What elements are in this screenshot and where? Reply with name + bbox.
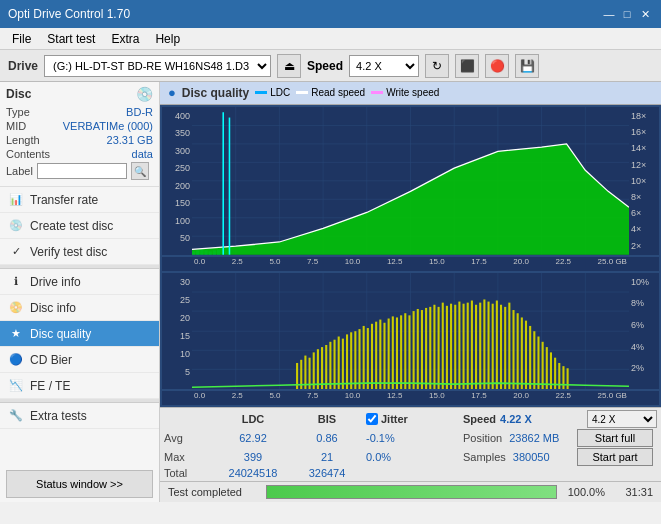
max-label: Max <box>164 451 214 463</box>
svg-rect-102 <box>546 347 548 389</box>
svg-rect-65 <box>392 316 394 389</box>
speed-select[interactable]: 4.2 X <box>349 55 419 77</box>
disc-label-button[interactable]: 🔍 <box>131 162 149 180</box>
disc-length-label: Length <box>6 134 40 146</box>
nav-disc-info[interactable]: 📀 Disc info <box>0 295 159 321</box>
svg-rect-68 <box>404 313 406 389</box>
svg-rect-50 <box>329 341 331 389</box>
write-speed-legend-dot <box>371 91 383 94</box>
drive-select[interactable]: (G:) HL-DT-ST BD-RE WH16NS48 1.D3 <box>44 55 271 77</box>
status-window-button[interactable]: Status window >> <box>6 470 153 498</box>
nav-extra-tests-label: Extra tests <box>30 409 87 423</box>
nav-extra-tests[interactable]: 🔧 Extra tests <box>0 403 159 429</box>
start-full-button[interactable]: Start full <box>577 429 653 447</box>
svg-rect-58 <box>363 325 365 389</box>
nav-create-test-disc-label: Create test disc <box>30 219 113 233</box>
svg-rect-73 <box>425 307 427 389</box>
eject-button[interactable]: ⏏ <box>277 54 301 78</box>
scan2-button[interactable]: 🔴 <box>485 54 509 78</box>
chart2-y-left: 30 25 20 15 10 5 <box>162 273 192 389</box>
nav-cd-bier[interactable]: 🔵 CD Bier <box>0 347 159 373</box>
svg-rect-74 <box>429 306 431 389</box>
svg-rect-98 <box>529 325 531 389</box>
cd-bier-icon: 🔵 <box>8 352 24 368</box>
chart2-x-ticks: 0.0 2.5 5.0 7.5 10.0 12.5 15.0 17.5 20.0… <box>192 391 629 405</box>
svg-rect-78 <box>446 305 448 389</box>
svg-rect-97 <box>525 320 527 389</box>
legend-ldc: LDC <box>255 87 290 98</box>
col-bis-header: BIS <box>292 413 362 425</box>
svg-rect-56 <box>354 331 356 389</box>
nav-transfer-rate[interactable]: 📊 Transfer rate <box>0 187 159 213</box>
chart1-y-left: 400 350 300 250 200 150 100 50 <box>162 107 192 255</box>
svg-rect-49 <box>325 345 327 389</box>
close-button[interactable]: ✕ <box>637 6 653 22</box>
disc-quality-title: Disc quality <box>182 86 249 100</box>
disc-quality-icon-header: ● <box>168 85 176 100</box>
svg-rect-84 <box>471 300 473 389</box>
progressbar-area: Test completed 100.0% 31:31 <box>160 481 661 502</box>
maximize-button[interactable]: □ <box>619 6 635 22</box>
refresh-button[interactable]: ↻ <box>425 54 449 78</box>
svg-rect-100 <box>537 336 539 389</box>
svg-rect-101 <box>542 341 544 389</box>
menu-extra[interactable]: Extra <box>103 30 147 48</box>
svg-rect-90 <box>496 300 498 389</box>
nav-cd-bier-label: CD Bier <box>30 353 72 367</box>
max-ldc: 399 <box>218 451 288 463</box>
menu-file[interactable]: File <box>4 30 39 48</box>
position-value: 23862 MB <box>509 432 559 444</box>
disc-quality-icon: ★ <box>8 326 24 342</box>
transfer-rate-icon: 📊 <box>8 192 24 208</box>
fe-te-icon: 📉 <box>8 378 24 394</box>
position-label: Position 23862 MB <box>463 432 573 444</box>
nav-transfer-rate-label: Transfer rate <box>30 193 98 207</box>
progressbar-percent: 100.0% <box>565 486 605 498</box>
svg-rect-79 <box>450 303 452 389</box>
scan-button[interactable]: ⬛ <box>455 54 479 78</box>
svg-rect-53 <box>342 338 344 389</box>
nav-fe-te[interactable]: 📉 FE / TE <box>0 373 159 399</box>
nav-fe-te-label: FE / TE <box>30 379 70 393</box>
nav-drive-info[interactable]: ℹ Drive info <box>0 269 159 295</box>
nav-verify-test-disc[interactable]: ✓ Verify test disc <box>0 239 159 265</box>
svg-rect-59 <box>367 328 369 389</box>
legend-read-speed: Read speed <box>296 87 365 98</box>
svg-rect-89 <box>492 303 494 389</box>
nav-disc-quality-label: Disc quality <box>30 327 91 341</box>
svg-rect-105 <box>558 363 560 389</box>
svg-rect-69 <box>408 315 410 389</box>
svg-rect-76 <box>438 306 440 389</box>
disc-mid-value: VERBATIMe (000) <box>63 120 153 132</box>
extra-tests-icon: 🔧 <box>8 408 24 424</box>
disc-label-input[interactable] <box>37 163 127 179</box>
svg-rect-107 <box>567 368 569 389</box>
jitter-check-container: Jitter <box>366 413 459 425</box>
minimize-button[interactable]: — <box>601 6 617 22</box>
col-jitter-header: Jitter <box>381 413 408 425</box>
total-bis: 326474 <box>292 467 362 479</box>
stats-speed-select[interactable]: 4.2 X <box>587 410 657 428</box>
speed-label: Speed <box>307 59 343 73</box>
save-button[interactable]: 💾 <box>515 54 539 78</box>
svg-rect-106 <box>562 366 564 389</box>
speed-select-wrapper: 4.2 X <box>577 410 657 428</box>
menu-starttest[interactable]: Start test <box>39 30 103 48</box>
legend-write-speed: Write speed <box>371 87 439 98</box>
svg-rect-93 <box>508 302 510 389</box>
samples-value: 380050 <box>513 451 550 463</box>
menu-help[interactable]: Help <box>147 30 188 48</box>
disc-icon: 💿 <box>136 86 153 102</box>
create-disc-icon: 💿 <box>8 218 24 234</box>
svg-rect-94 <box>512 310 514 389</box>
chart2-svg <box>192 273 629 389</box>
nav-disc-quality[interactable]: ★ Disc quality <box>0 321 159 347</box>
disc-type-value: BD-R <box>126 106 153 118</box>
avg-ldc: 62.92 <box>218 432 288 444</box>
nav-verify-test-disc-label: Verify test disc <box>30 245 107 259</box>
start-part-button[interactable]: Start part <box>577 448 653 466</box>
jitter-checkbox[interactable] <box>366 413 378 425</box>
svg-rect-47 <box>317 349 319 389</box>
svg-rect-57 <box>358 329 360 389</box>
nav-create-test-disc[interactable]: 💿 Create test disc <box>0 213 159 239</box>
